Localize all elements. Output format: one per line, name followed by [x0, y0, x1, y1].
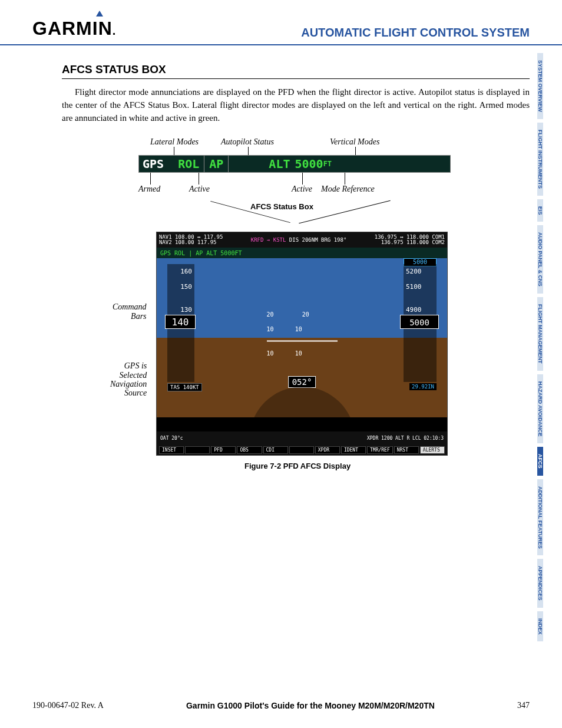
callout-line [199, 173, 199, 185]
pfd-top-bar: NAV1 108.00 ↔ 117.95NAV2 108.00 117.95 K… [157, 232, 447, 248]
annot-moderef: Mode Reference [321, 185, 375, 193]
softkey-blank [289, 446, 314, 454]
softkey-pfd: PFD [211, 446, 236, 454]
logo-triangle-icon [96, 11, 103, 17]
altitude-box: 5000 [400, 315, 439, 329]
heading-box: 052° [288, 376, 316, 388]
annot-gps-nav: GPS is Selected Navigation Source [110, 361, 147, 398]
figure-caption: Figure 7-2 PFD AFCS Display [244, 462, 351, 470]
tab-index[interactable]: INDEX [537, 611, 543, 642]
doc-number: 190-00647-02 Rev. A [32, 701, 104, 710]
tas-label: TAS 140KT [167, 383, 202, 391]
section-title: AUTOMATIC FLIGHT CONTROL SYSTEM [301, 26, 530, 39]
pfd-com2: 136.975 118.000 COM2 [375, 240, 445, 245]
softkey-cdi: CDI [263, 446, 288, 454]
softkey-tmr/ref: TMR/REF [367, 446, 393, 454]
tab-audio-panel-cns[interactable]: AUDIO PANEL & CNS [537, 225, 543, 294]
tab-afcs[interactable]: AFCS [537, 447, 543, 476]
sb-gps: GPS [139, 157, 167, 171]
baro-setting: 29.92IN [409, 383, 437, 390]
tab-flight-management[interactable]: FLIGHT MANAGEMENT [537, 297, 543, 371]
annot-vertical: Vertical Modes [330, 137, 379, 146]
pfd-display: NAV1 108.00 ↔ 117.95NAV2 108.00 117.95 K… [156, 232, 448, 456]
tab-additional-features[interactable]: ADDITIONAL FEATURES [537, 479, 543, 556]
caption-status-box: AFCS Status Box [250, 202, 313, 211]
pfd-adi: 160 150 130 120 140 TAS 140KT 5000 5200 … [157, 258, 447, 417]
afcs-status-bar: GPS ROL AP ALT 5000 FT [138, 155, 451, 173]
body-paragraph: Flight director mode annunciations are d… [62, 86, 530, 124]
softkey-xpdr: XPDR [315, 446, 340, 454]
annot-autopilot: Autopilot Status [221, 137, 274, 146]
tab-eis[interactable]: EIS [537, 199, 543, 222]
callout-line [345, 173, 345, 185]
pfd-wpt: KRFD → KSTL [251, 237, 286, 243]
annot-lateral: Lateral Modes [150, 137, 199, 146]
sb-val: 5000 [295, 157, 323, 171]
softkey-alerts: ALERTS [420, 446, 445, 454]
pfd-dis: DIS 206NM [289, 237, 318, 243]
sb-ap: AP [204, 157, 228, 171]
callout-line [174, 147, 174, 155]
callout-line [150, 173, 151, 185]
page-number: 347 [517, 701, 530, 710]
page-footer: 190-00647-02 Rev. A Garmin G1000 Pilot's… [32, 701, 530, 710]
sb-rol: ROL [173, 157, 204, 171]
doc-title: Garmin G1000 Pilot's Guide for the Moone… [186, 701, 435, 710]
airspeed-box: 140 [165, 315, 196, 329]
softkey-inset: INSET [159, 446, 184, 454]
annot-active1: Active [189, 185, 210, 193]
logo-text: GARMIN [32, 18, 113, 39]
tab-system-overview[interactable]: SYSTEM OVERVIEW [537, 53, 543, 119]
pfd-nav2: NAV2 108.00 117.95 [159, 240, 223, 245]
oat-label: OAT 20°c [160, 436, 183, 441]
garmin-logo: GARMIN. [32, 18, 116, 39]
softkey-nrst: NRST [394, 446, 419, 454]
annot-armed: Armed [138, 185, 160, 193]
tab-appendices[interactable]: APPENDICES [537, 559, 543, 608]
figure-area: Lateral Modes Autopilot Status Vertical … [62, 131, 530, 462]
callout-line [355, 147, 356, 155]
sb-alt: ALT [264, 157, 295, 171]
pitch-ladder: 20 20 10 10 10 10 [267, 311, 338, 365]
callout-line [302, 173, 303, 185]
callout-line [248, 147, 249, 155]
tab-flight-instruments[interactable]: FLIGHT INSTRUMENTS [537, 123, 543, 196]
softkey-ident: IDENT [341, 446, 366, 454]
annot-active2: Active [292, 185, 312, 193]
tab-hazard-avoidance[interactable]: HAZARD AVOIDANCE [537, 374, 543, 444]
heading-afcs-status-box: AFCS STATUS BOX [62, 63, 530, 79]
softkey-obs: OBS [237, 446, 262, 454]
sb-unit: FT [323, 160, 332, 168]
pfd-bottom-bar: OAT 20°c XPDR 1200 ALT R LCL 02:10:3 INS… [157, 431, 447, 455]
pfd-brg: BRG 198° [321, 237, 346, 243]
annot-command-bars: Command Bars [113, 302, 147, 321]
softkey-blank [185, 446, 210, 454]
xpdr-label: XPDR 1200 ALT R LCL 02:10:3 [367, 436, 444, 441]
pfd-status-bar: GPS ROL | AP ALT 5000FT [157, 248, 447, 258]
chapter-tabs: SYSTEM OVERVIEWFLIGHT INSTRUMENTSEISAUDI… [537, 53, 562, 645]
